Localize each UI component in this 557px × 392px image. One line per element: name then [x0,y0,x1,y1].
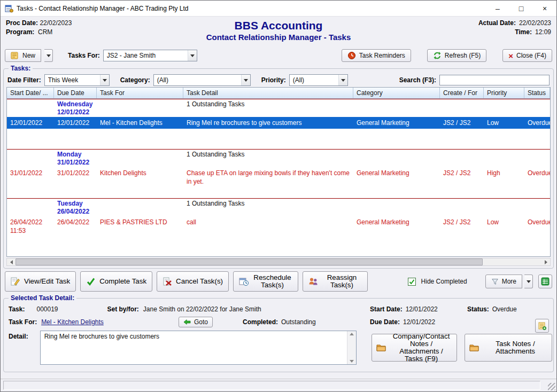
cancel-task-button[interactable]: Cancel Task(s) [157,271,229,292]
column-header-priority[interactable]: Priority [484,88,524,98]
status-label: Status: [467,305,489,313]
column-header-task-for[interactable]: Task For [97,88,183,98]
group-summary: 1 Outstanding Tasks [183,150,353,167]
column-header-due-date[interactable]: Due Date [54,88,97,98]
reassign-task-button[interactable]: Reassign Task(s) [303,271,368,292]
time-label: Time: [515,28,532,36]
tasks-for-select[interactable]: JS2 - Jane Smith [103,50,197,61]
task-notes-attachments-button[interactable]: Task Notes / Attachments [465,334,552,362]
maximize-button[interactable]: □ [509,1,533,16]
close-form-label: Close (F4) [516,52,546,59]
date-filter-value: This Week [48,76,100,84]
cell-task-detail: Ring Mel re brochures to give customers [183,117,353,129]
task-row[interactable]: 12/01/2022 12/01/2022 Mel - Kitchen Deli… [7,117,550,129]
task-for-label: Task For: [9,318,37,326]
filter-funnel-icon [491,278,499,285]
reassign-task-label: Reassign Task(s) [322,274,362,289]
export-excel-button[interactable] [538,275,552,288]
app-icon [5,4,13,13]
column-header-create-for[interactable]: Create / For [440,88,484,98]
titlebar: Tasks - Contact Relationship Manager - A… [1,1,556,17]
cell-status: Overdue [524,167,550,186]
header-right: Actual Date:22/02/2023 Time:12:09 [428,19,551,46]
cell-priority: Low [484,216,524,236]
horizontal-scrollbar[interactable] [6,258,551,266]
combo-arrow-icon [241,75,250,85]
reschedule-task-button[interactable]: Reschedule Task(s) [233,271,298,292]
close-form-button[interactable]: × Close (F4) [502,49,552,62]
view-edit-task-button[interactable]: View/Edit Task [5,271,76,292]
cell-category: General Marketing [353,167,440,186]
cell-status: Overdue [524,117,550,129]
arrow-left-icon [10,260,13,264]
scrollbar-thumb[interactable] [16,258,483,265]
more-button[interactable]: More [485,275,522,288]
column-header-task-detail[interactable]: Task Detail [183,88,353,98]
start-date-value: 12/01/2022 [406,305,438,313]
complete-task-button[interactable]: Complete Task [80,271,152,292]
column-header-start-date[interactable]: Start Date/ ... [7,88,54,98]
cell-task-for: Kitchen Delights [97,167,183,186]
cell-start-date: 26/04/2022 11:53 [7,216,54,236]
category-filter-value: (All) [157,76,241,84]
priority-filter-label: Priority: [261,76,286,84]
task-number-label: Task: [9,305,25,313]
detail-row-2: Task For: Mel - Kitchen Delights Goto Co… [6,316,551,328]
refresh-button[interactable]: Refresh (F5) [427,49,486,62]
new-task-icon [11,51,19,60]
column-header-category[interactable]: Category [353,88,440,98]
note-icon [538,322,546,330]
app-title: BBS Accounting [129,19,428,32]
app-window: Tasks - Contact Relationship Manager - A… [0,0,557,392]
company-contact-notes-button[interactable]: Company/Contact Notes / Attachments / Ta… [372,334,457,362]
hide-completed-checkbox[interactable] [408,278,416,286]
goto-arrow-icon [183,319,191,325]
task-notes-attachments-label: Task Notes / Attachments [483,340,547,355]
detail-text: Ring Mel re brochures to give customers [44,333,159,340]
minimize-button[interactable]: – [486,1,509,16]
detail-vertical-scrollbar[interactable] [347,331,356,364]
task-for-link[interactable]: Mel - Kitchen Delights [41,318,104,326]
close-window-button[interactable]: × [533,1,556,16]
reassign-people-icon [308,277,318,286]
table-header-row: Start Date/ ... Due Date Task For Task D… [7,88,550,99]
status-panel [3,381,540,390]
cell-due-date: 12/01/2022 [54,117,97,129]
program-value: CRM [38,28,52,36]
new-task-button[interactable]: New [5,49,41,62]
group-header-row: Wednesday 12/01/2022 1 Outstanding Tasks [7,99,550,117]
goto-button[interactable]: Goto [179,317,213,327]
resize-grip[interactable] [548,383,555,390]
group-summary: 1 Outstanding Tasks [183,199,353,216]
detail-textarea[interactable]: Ring Mel re brochures to give customers [40,331,357,365]
goto-label: Goto [194,318,208,326]
task-reminders-label: Task Reminders [359,52,405,59]
combo-arrow-icon [338,75,347,85]
group-date: Monday 31/01/2022 [54,150,97,167]
folder-icon [469,343,479,352]
cell-task-for: PIES & PASTRIES LTD [97,216,183,236]
completed-label: Completed: [243,318,278,326]
new-task-dropdown-button[interactable] [44,49,53,62]
category-filter-select[interactable]: (All) [153,74,251,86]
scroll-right-button[interactable] [541,258,550,265]
reschedule-calendar-icon [239,277,249,286]
action-row: View/Edit Task Complete Task Cancel Task… [1,269,556,294]
cell-start-date: 31/01/2022 [7,167,54,186]
task-row[interactable]: 31/01/2022 31/01/2022 Kitchen Delights C… [7,167,550,186]
window-title: Tasks - Contact Relationship Manager - A… [17,5,189,12]
header-left: Proc Date: 22/02/2023 Program: CRM [6,19,129,46]
scroll-left-button[interactable] [7,258,16,265]
task-reminders-button[interactable]: Task Reminders [342,49,411,62]
search-input[interactable] [439,75,550,85]
arrow-right-icon [545,260,547,264]
priority-filter-select[interactable]: (All) [289,74,348,86]
date-filter-select[interactable]: This Week [44,74,110,86]
selected-task-detail-panel: Selected Task Detail: Task: 000019 Set b… [3,294,554,372]
task-row[interactable]: 26/04/2022 11:53 26/04/2022 PIES & PASTR… [7,216,550,236]
start-date-label: Start Date: [370,305,403,313]
column-header-status[interactable]: Status [524,88,550,98]
combo-arrow-icon [100,75,109,85]
more-dropdown-button[interactable] [524,275,533,288]
time-value: 12:09 [535,28,551,36]
